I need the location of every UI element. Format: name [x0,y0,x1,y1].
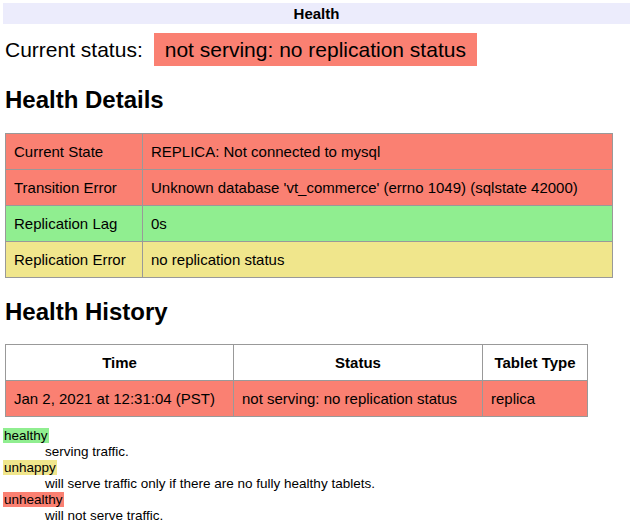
legend-term: unhealthy [3,492,630,508]
legend-term-healthy: healthy [3,428,49,443]
health-details-heading: Health Details [5,86,630,114]
detail-row-value: Unknown database 'vt_commerce' (errno 10… [143,170,613,206]
history-status-cell: not serving: no replication status [234,381,483,417]
page-title: Health [294,5,340,22]
column-header-status: Status [234,345,483,381]
table-row: Jan 2, 2021 at 12:31:04 (PST) not servin… [6,381,588,417]
legend-description: serving traffic. [45,444,630,460]
column-header-tablet-type: Tablet Type [483,345,588,381]
detail-row-label: Replication Error [6,242,143,278]
table-header-row: Time Status Tablet Type [6,345,588,381]
table-row: Replication Lag 0s [6,206,613,242]
legend-description: will serve traffic only if there are no … [45,476,630,492]
column-header-time: Time [6,345,234,381]
history-time-cell: Jan 2, 2021 at 12:31:04 (PST) [6,381,234,417]
legend-term: unhappy [3,460,630,476]
table-row: Current State REPLICA: Not connected to … [6,134,613,170]
detail-row-label: Current State [6,134,143,170]
legend-term-unhealthy: unhealthy [3,492,64,507]
legend-term-unhappy: unhappy [3,460,57,475]
status-legend: healthy serving traffic. unhappy will se… [3,428,630,521]
health-history-table: Time Status Tablet Type Jan 2, 2021 at 1… [5,344,588,417]
detail-row-value: 0s [143,206,613,242]
legend-term: healthy [3,428,630,444]
table-row: Replication Error no replication status [6,242,613,278]
health-history-heading: Health History [5,298,630,326]
health-page: Health Current status: not serving: no r… [0,0,633,521]
health-details-table: Current State REPLICA: Not connected to … [5,133,613,278]
table-row: Transition Error Unknown database 'vt_co… [6,170,613,206]
detail-row-label: Transition Error [6,170,143,206]
legend-description: will not serve traffic. [45,508,630,521]
detail-row-value: REPLICA: Not connected to mysql [143,134,613,170]
current-status-label: Current status: [5,38,143,62]
detail-row-value: no replication status [143,242,613,278]
history-type-cell: replica [483,381,588,417]
current-status-badge: not serving: no replication status [154,33,477,66]
detail-row-label: Replication Lag [6,206,143,242]
page-header: Health [3,3,630,24]
current-status-line: Current status: not serving: no replicat… [5,33,630,66]
